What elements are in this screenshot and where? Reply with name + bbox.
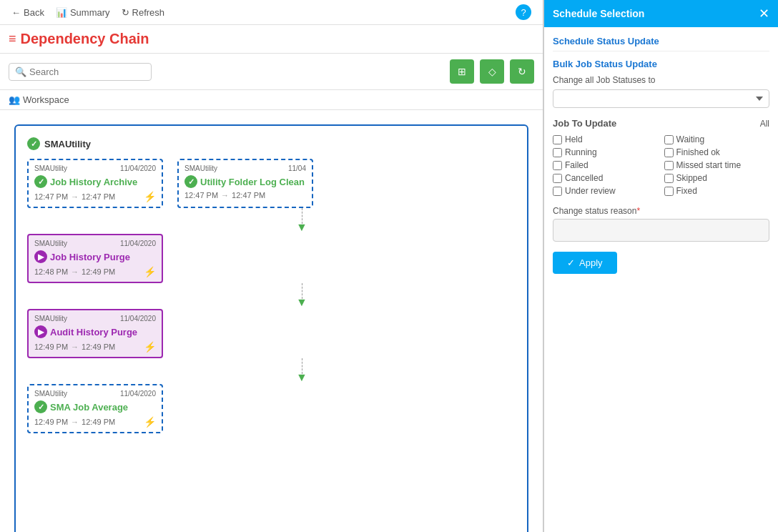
- checkbox-failed-input[interactable]: [553, 161, 562, 170]
- job3-time-arrow: →: [71, 267, 79, 276]
- checkbox-skipped-input[interactable]: [664, 174, 674, 183]
- job5-folder: SMAUtility: [34, 390, 67, 398]
- canvas: ✓ SMAUtility SMAUtility 11/04/2020 ✓ Job…: [0, 110, 543, 532]
- diamond-view-button[interactable]: ◇: [480, 59, 504, 84]
- chart-icon: 📊: [56, 7, 67, 18]
- back-arrow-icon: ←: [11, 7, 21, 18]
- job1-time-arrow: →: [71, 192, 79, 201]
- connector-1: ▼: [88, 208, 516, 234]
- checkbox-held[interactable]: Held: [553, 134, 659, 144]
- job3-time: 12:48 PM → 12:49 PM ⚡: [34, 266, 156, 277]
- job2-folder: SMAUtility: [184, 164, 217, 172]
- checkbox-missed-start[interactable]: Missed start time: [664, 160, 770, 170]
- checkbox-finished-ok-label: Finished ok: [676, 147, 720, 157]
- checkbox-cancelled[interactable]: Cancelled: [553, 173, 659, 183]
- toolbar: 🔍 ⊞ ◇ ↻: [0, 54, 543, 90]
- job3-time-end: 12:49 PM: [82, 267, 115, 276]
- job4-title: Audit History Purge: [50, 327, 137, 338]
- checkbox-cancelled-input[interactable]: [553, 174, 562, 183]
- job5-date: 11/04/2020: [120, 390, 156, 398]
- outer-node-name: SMAUtility: [44, 139, 91, 149]
- job4-date: 11/04/2020: [120, 315, 156, 322]
- back-button[interactable]: ← Back: [11, 7, 44, 18]
- checkbox-failed[interactable]: Failed: [553, 160, 659, 170]
- hamburger-icon[interactable]: ≡: [9, 31, 16, 46]
- arrow-down-2: ▼: [296, 296, 307, 309]
- checkbox-skipped[interactable]: Skipped: [664, 173, 770, 183]
- summary-button[interactable]: 📊 Summary: [56, 7, 110, 18]
- checkbox-waiting-input[interactable]: [664, 135, 674, 144]
- refresh-button[interactable]: ↻ Refresh: [122, 7, 165, 18]
- workspace-nav: 👥 Workspace: [0, 90, 543, 110]
- job-card-job2[interactable]: SMAUtility 11/04 ✓ Utility Folder Log Cl…: [177, 159, 313, 208]
- job4-time-start: 12:49 PM: [34, 343, 68, 351]
- right-panel-content: Schedule Status Update Bulk Job Status U…: [544, 27, 778, 532]
- job1-status-icon: ✓: [34, 175, 47, 188]
- all-label: All: [760, 119, 769, 129]
- change-all-dropdown[interactable]: [553, 89, 769, 108]
- job4-time-end: 12:49 PM: [82, 343, 115, 351]
- job4-lightning-icon: ⚡: [144, 341, 156, 353]
- workspace-link[interactable]: 👥 Workspace: [9, 94, 534, 105]
- checkbox-missed-start-label: Missed start time: [676, 160, 742, 170]
- job1-title: Job History Archive: [50, 177, 137, 187]
- close-button[interactable]: ✕: [759, 7, 769, 20]
- job-card-job1[interactable]: SMAUtility 11/04/2020 ✓ Job History Arch…: [27, 159, 163, 208]
- checkbox-under-review[interactable]: Under review: [553, 186, 659, 196]
- checkbox-running[interactable]: Running: [553, 147, 659, 157]
- job4-title-row: ▶ Audit History Purge: [34, 325, 156, 338]
- job-to-update-section: Job To Update All Held Waiting Running: [553, 118, 769, 196]
- refresh-canvas-icon: ↻: [518, 66, 526, 77]
- checkbox-finished-ok[interactable]: Finished ok: [664, 147, 770, 157]
- job-card-job3[interactable]: SMAUtility 11/04/2020 ▶ Job History Purg…: [27, 234, 163, 283]
- checkbox-waiting-label: Waiting: [676, 134, 705, 144]
- grid-view-button[interactable]: ⊞: [450, 59, 474, 84]
- job-card-job4[interactable]: SMAUtility 11/04/2020 ▶ Audit History Pu…: [27, 309, 163, 358]
- apply-button[interactable]: ✓ Apply: [553, 252, 617, 274]
- status-reason-section: Change status reason*: [553, 206, 769, 242]
- checkbox-running-input[interactable]: [553, 148, 562, 157]
- checkbox-missed-start-input[interactable]: [664, 161, 674, 170]
- job1-header: SMAUtility 11/04/2020: [34, 164, 156, 172]
- job2-time-start: 12:47 PM: [184, 191, 218, 200]
- left-panel: ← Back 📊 Summary ↻ Refresh ? ≡ Dependenc…: [0, 0, 543, 532]
- job-card-job5[interactable]: SMAUtility 11/04/2020 ✓ SMA Job Average …: [27, 384, 163, 433]
- help-button[interactable]: ?: [516, 4, 531, 20]
- job2-status-icon: ✓: [184, 175, 197, 188]
- apply-label: Apply: [579, 257, 603, 268]
- change-all-dropdown-row: [553, 89, 769, 108]
- checkbox-cancelled-label: Cancelled: [565, 173, 603, 183]
- top-navigation: ← Back 📊 Summary ↻ Refresh ?: [0, 0, 543, 25]
- checkbox-waiting[interactable]: Waiting: [664, 134, 770, 144]
- job3-title: Job History Purge: [50, 252, 130, 262]
- refresh-label: Refresh: [132, 7, 165, 18]
- checkbox-under-review-input[interactable]: [553, 187, 562, 196]
- job-update-header: Job To Update All: [553, 118, 769, 129]
- workspace-icon: 👥: [9, 94, 20, 105]
- job4-status-icon: ▶: [34, 325, 47, 338]
- workspace-label: Workspace: [23, 94, 69, 105]
- checkbox-fixed-input[interactable]: [664, 187, 674, 196]
- checkbox-fixed[interactable]: Fixed: [664, 186, 770, 196]
- job5-title: SMA Job Average: [50, 402, 128, 413]
- job2-time-end: 12:47 PM: [232, 191, 265, 200]
- checkbox-held-label: Held: [565, 134, 583, 144]
- refresh-canvas-button[interactable]: ↻: [510, 59, 534, 84]
- checkbox-held-input[interactable]: [553, 135, 562, 144]
- checkbox-finished-ok-input[interactable]: [664, 148, 674, 157]
- job5-time-arrow: →: [71, 418, 79, 426]
- checkbox-running-label: Running: [565, 147, 597, 157]
- checkbox-under-review-label: Under review: [565, 186, 616, 196]
- search-input[interactable]: [29, 66, 129, 77]
- app-title: ≡ Dependency Chain: [9, 31, 149, 47]
- job1-time-start: 12:47 PM: [34, 192, 68, 201]
- job3-time-start: 12:48 PM: [34, 267, 68, 276]
- status-reason-input[interactable]: [553, 219, 769, 242]
- change-all-label: Change all Job Statuses to: [553, 75, 769, 85]
- job1-lightning-icon: ⚡: [144, 191, 156, 202]
- connector-2: ▼: [88, 283, 516, 309]
- job2-time-arrow: →: [221, 191, 229, 200]
- back-label: Back: [24, 7, 44, 18]
- job1-time-end: 12:47 PM: [82, 192, 115, 201]
- arrow-down-1: ▼: [296, 221, 307, 234]
